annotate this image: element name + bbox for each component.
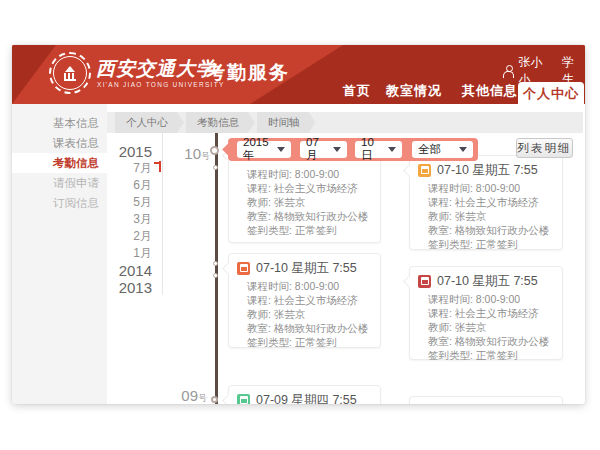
card-field-teacher: 教师: 张芸京	[247, 307, 372, 321]
main-nav: 首页 教室情况 其他信息 个人中心	[12, 82, 585, 104]
sidebar-item-subscription[interactable]: 订阅信息	[12, 193, 107, 213]
card-field-classroom: 教室: 格物致知行政办公楼	[247, 209, 372, 223]
user-icon	[503, 65, 514, 77]
card-field-course-time: 课程时间: 8:00-9:00	[247, 279, 372, 293]
checkin-status-icon	[237, 394, 250, 404]
sidebar-item-attendance-active[interactable]: 考勤信息	[12, 153, 107, 173]
date-filter-bar: 2015年 07月 10日 全部	[228, 138, 478, 161]
card-field-checkin-type: 签到类型: 正常签到	[247, 335, 372, 349]
card-field-classroom: 教室: 格物致知行政办公楼	[428, 223, 554, 237]
scale-month-02[interactable]: 2月	[100, 228, 152, 245]
nav-item-other-info[interactable]: 其他信息	[462, 82, 518, 100]
attendance-card: 07-10 星期五 7:55 课程时间: 8:00-9:00 课程: 社会主义市…	[409, 155, 563, 250]
day-label-10: 10号	[170, 145, 210, 163]
breadcrumb-item-timeline[interactable]: 时间轴	[257, 112, 316, 133]
logo-emblem-icon	[64, 66, 76, 80]
scale-month-01[interactable]: 1月	[100, 245, 152, 262]
card-field-teacher: 教师: 张芸京	[428, 320, 554, 334]
breadcrumb-item-personal-center[interactable]: 个人中心	[115, 112, 184, 133]
university-name-cn: 西安交通大学	[96, 56, 216, 82]
sidebar: 基本信息 课表信息 考勤信息 请假申请 订阅信息	[12, 104, 107, 404]
card-field-course-time: 课程时间: 8:00-9:00	[428, 292, 554, 306]
month-select[interactable]: 07月	[300, 141, 347, 158]
timeline-node-day09	[211, 396, 218, 403]
card-header: 07-10 星期五 7:55	[256, 260, 357, 277]
attendance-card: 07-10 星期五 7:55 课程时间: 8:00-9:00 课程: 社会主义市…	[228, 253, 381, 348]
page: 西安交通大学 XI'AN JIAO TONG UNIVERSITY 考勤服务 张…	[0, 0, 600, 450]
card-field-course: 课程: 社会主义市场经济	[428, 306, 554, 320]
sidebar-item-leave-request[interactable]: 请假申请	[12, 173, 107, 193]
chevron-down-icon	[459, 147, 467, 152]
timeline-node-small-1	[213, 165, 218, 170]
chevron-down-icon	[388, 147, 396, 152]
scale-month-06[interactable]: 6月	[100, 177, 152, 194]
day-select[interactable]: 10日	[355, 141, 402, 158]
chevron-down-icon	[277, 147, 285, 152]
card-field-checkin-type: 签到类型: 正常签到	[428, 348, 554, 362]
card-header: 07-10 星期五 7:55	[437, 273, 538, 290]
card-field-course-time: 课程时间: 8:00-9:00	[428, 181, 554, 195]
timeline-node-small-2	[213, 261, 218, 266]
card-field-checkin-type: 签到类型: 正常签到	[247, 223, 372, 237]
nav-item-home[interactable]: 首页	[343, 82, 371, 100]
card-field-course-time: 课程时间: 8:00-9:00	[247, 167, 372, 181]
timeline-scale: 2015 7月 6月 5月 3月 2月 1月 2014 2013	[100, 143, 152, 296]
app-window: 西安交通大学 XI'AN JIAO TONG UNIVERSITY 考勤服务 张…	[12, 45, 585, 404]
breadcrumb-item-attendance[interactable]: 考勤信息	[186, 112, 255, 133]
type-select[interactable]: 全部	[412, 141, 473, 158]
checkin-status-icon	[418, 275, 431, 288]
checkin-status-icon	[418, 164, 431, 177]
nav-item-classrooms[interactable]: 教室情况	[386, 82, 442, 100]
scale-divider	[162, 133, 163, 295]
year-select[interactable]: 2015年	[237, 141, 291, 158]
attendance-card: 07-10 星期五 7:55 课程时间: 8:00-9:00 课程: 社会主义市…	[409, 266, 563, 360]
attendance-card-clipped: 07-09 星期四 7:55	[228, 385, 381, 404]
checkin-status-icon	[237, 262, 250, 275]
card-field-checkin-type: 签到类型: 正常签到	[428, 237, 554, 251]
nav-tab-personal-center-active[interactable]: 个人中心	[518, 82, 584, 104]
sidebar-item-basic-info[interactable]: 基本信息	[12, 113, 107, 133]
sidebar-item-timetable[interactable]: 课表信息	[12, 133, 107, 153]
day-label-09: 09号	[167, 387, 207, 404]
attendance-card-clipped	[409, 396, 563, 404]
scale-month-05[interactable]: 5月	[100, 194, 152, 211]
scale-year-2014[interactable]: 2014	[100, 262, 152, 279]
list-detail-button[interactable]: 列表明细	[516, 138, 573, 158]
scale-year-2015[interactable]: 2015	[100, 143, 152, 160]
card-header: 07-09 星期四 7:55	[256, 392, 357, 404]
card-field-teacher: 教师: 张芸京	[247, 195, 372, 209]
card-header: 07-10 星期五 7:55	[437, 162, 538, 179]
card-field-teacher: 教师: 张芸京	[428, 209, 554, 223]
card-field-classroom: 教室: 格物致知行政办公楼	[428, 334, 554, 348]
scale-month-03[interactable]: 3月	[100, 211, 152, 228]
scale-year-2013[interactable]: 2013	[100, 279, 152, 296]
chevron-down-icon	[333, 147, 341, 152]
card-field-classroom: 教室: 格物致知行政办公楼	[247, 321, 372, 335]
timeline-line	[215, 133, 218, 404]
timeline-node-day10	[210, 146, 219, 155]
scale-month-07[interactable]: 7月	[100, 160, 152, 177]
card-field-course: 课程: 社会主义市场经济	[247, 181, 372, 195]
app-header: 西安交通大学 XI'AN JIAO TONG UNIVERSITY 考勤服务 张…	[12, 45, 585, 104]
timeline-node-small-3	[213, 273, 218, 278]
breadcrumb: 个人中心 考勤信息 时间轴	[107, 112, 583, 133]
current-month-marker	[154, 161, 161, 172]
card-field-course: 课程: 社会主义市场经济	[247, 293, 372, 307]
card-field-course: 课程: 社会主义市场经济	[428, 195, 554, 209]
